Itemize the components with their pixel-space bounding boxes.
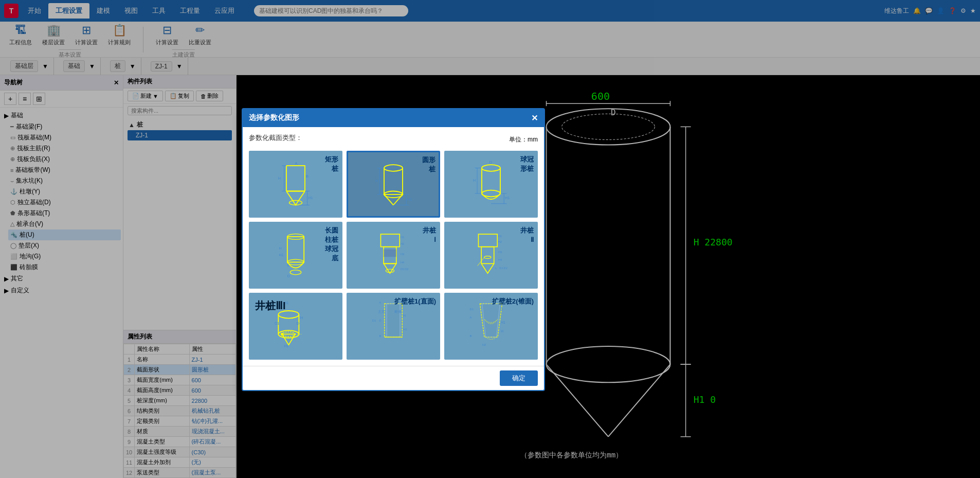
svg-rect-84 [387, 304, 400, 337]
svg-rect-59 [478, 234, 497, 247]
shape-selection-dialog: 选择参数化图形 ✕ 参数化截面类型： 单位：mm 矩形桩 A [242, 108, 545, 391]
svg-text:H: H [501, 329, 503, 333]
svg-text:H1: H1 [403, 328, 407, 331]
svg-text:A: A [379, 302, 382, 304]
svg-text:H1: H1 [407, 197, 412, 201]
well-pile-3-label: 井桩ⅢI [255, 299, 286, 313]
dialog-close-button[interactable]: ✕ [531, 113, 538, 123]
svg-text:D1: D1 [372, 319, 376, 322]
svg-point-68 [484, 256, 491, 258]
svg-text:H2: H2 [401, 242, 404, 245]
svg-point-13 [384, 165, 403, 171]
svg-point-76 [281, 332, 283, 335]
svg-text:H: H [375, 179, 378, 183]
svg-text:D1: D1 [275, 321, 279, 326]
unit-label: 单位：mm [509, 135, 538, 144]
well-pile-1-name: 井桩Ⅰ [423, 226, 436, 244]
svg-marker-50 [384, 263, 396, 273]
svg-text:H: H [300, 315, 303, 320]
svg-rect-58 [384, 249, 396, 257]
svg-text:D1: D1 [401, 267, 404, 270]
shape-card-long-oval-pile[interactable]: 长圆柱桩球冠底 H H1 D b [249, 222, 342, 289]
svg-text:土方: 土方 [378, 310, 385, 313]
dialog-title-bar: 选择参数化图形 ✕ [243, 109, 544, 127]
svg-text:B: B [306, 173, 308, 178]
svg-rect-60 [481, 246, 494, 263]
svg-text:A: A [470, 316, 473, 319]
svg-text:A: A [295, 161, 298, 166]
svg-text:D: D [489, 161, 492, 165]
svg-point-46 [290, 270, 301, 274]
long-oval-pile-svg: H H1 D b [275, 232, 316, 278]
svg-point-27 [482, 165, 500, 171]
svg-text:D: D [391, 161, 394, 165]
shape-card-rectangular-pile[interactable]: 矩形桩 A B H H [249, 151, 342, 218]
svg-text:D: D [379, 319, 382, 322]
shape-card-spherical-cap-pile[interactable]: 球冠形桩 D H [444, 151, 538, 218]
svg-marker-95 [482, 304, 500, 337]
spherical-cap-pile-name: 球冠形桩 [520, 155, 534, 173]
svg-text:D2: D2 [504, 267, 507, 270]
svg-text:H: H [473, 178, 476, 182]
svg-text:D: D [501, 308, 503, 311]
confirm-button[interactable]: 确定 [500, 370, 538, 386]
shape-card-well-pile-2[interactable]: 井桩Ⅱ H1 H2 H3 H4 L D1 D2 [444, 222, 538, 289]
main-content: 导航树 ✕ + ≡ ⊞ ▶ 基础 ━ 基础梁(F) ▭ 筏板基础(M) [0, 75, 980, 478]
circular-pile-svg: D H H1 [373, 161, 414, 207]
svg-text:H1: H1 [308, 195, 313, 200]
svg-text:桩体: 桩体 [394, 310, 402, 313]
svg-text:H: H [278, 176, 281, 181]
svg-text:H1: H1 [279, 252, 284, 257]
circular-pile-name: 圆形桩 [422, 155, 435, 174]
shape-card-well-pile-3[interactable]: 井桩ⅢI D1 D H1 [249, 293, 342, 360]
rectangular-pile-svg: A B H H1 [275, 161, 316, 207]
retaining-pile-2-svg: D1 D A H1 H B H2 [468, 302, 514, 350]
svg-text:H2: H2 [498, 240, 502, 243]
svg-rect-48 [380, 234, 400, 247]
shape-card-retaining-pile-2[interactable]: 扩壁桩2(锥面) D1 D A H1 H B H2 [444, 293, 538, 360]
spherical-cap-pile-svg: D H H1 [470, 161, 512, 207]
shape-card-circular-pile[interactable]: 圆形桩 D H [347, 151, 440, 218]
svg-text:H: H [403, 314, 406, 317]
well-pile-2-svg: H1 H2 H3 H4 L D1 D2 [470, 232, 512, 278]
well-pile-1-svg: H1 H2 H3 H4 D1 D2 [373, 232, 414, 278]
svg-text:H1: H1 [401, 236, 404, 239]
svg-text:D1: D1 [499, 267, 503, 270]
shape-card-well-pile-1[interactable]: 井桩Ⅰ H1 H2 H3 H4 D1 D2 [347, 222, 440, 289]
svg-text:D: D [287, 274, 290, 278]
dialog-body: 参数化截面类型： 单位：mm 矩形桩 A B [243, 127, 544, 366]
svg-text:H2: H2 [482, 343, 486, 346]
svg-text:L: L [495, 267, 497, 270]
dialog-overlay: 选择参数化图形 ✕ 参数化截面类型： 单位：mm 矩形桩 A [0, 0, 980, 478]
dialog-title: 选择参数化图形 [249, 113, 299, 122]
svg-text:H1: H1 [505, 195, 510, 200]
svg-text:H2: H2 [284, 343, 288, 348]
svg-rect-0 [286, 166, 305, 191]
svg-text:H: H [279, 246, 282, 251]
svg-text:H3: H3 [401, 253, 404, 256]
dialog-section-label: 参数化截面类型： [249, 133, 302, 143]
retaining-pile-2-name: 扩壁桩2(锥面) [492, 297, 534, 306]
svg-text:H1: H1 [501, 321, 505, 324]
shape-card-retaining-pile-1[interactable]: 扩壁桩1(直面) 土方 桩体 D1 D H H1 A B [347, 293, 440, 360]
shape-grid: 矩形桩 A B H H [249, 151, 538, 360]
svg-text:D: D [297, 321, 299, 326]
svg-point-51 [386, 269, 394, 273]
retaining-pile-1-svg: 土方 桩体 D1 D H H1 A B [370, 302, 416, 350]
svg-text:D2: D2 [405, 267, 408, 270]
dialog-footer: 确定 [243, 366, 544, 390]
svg-text:H3: H3 [498, 250, 502, 253]
svg-text:b: b [287, 263, 289, 267]
svg-point-30 [482, 190, 500, 197]
svg-text:D1: D1 [470, 308, 474, 311]
long-oval-pile-name: 长圆柱桩球冠底 [325, 226, 338, 263]
svg-text:H4: H4 [498, 258, 502, 261]
svg-rect-40 [287, 237, 304, 262]
svg-text:B: B [379, 334, 381, 338]
rectangular-pile-name: 矩形桩 [325, 155, 338, 173]
svg-text:B: B [470, 334, 472, 338]
svg-marker-17 [384, 194, 403, 205]
well-pile-2-name: 井桩Ⅱ [520, 226, 534, 244]
svg-text:H4: H4 [401, 261, 405, 264]
retaining-pile-1-name: 扩壁桩1(直面) [394, 297, 436, 306]
